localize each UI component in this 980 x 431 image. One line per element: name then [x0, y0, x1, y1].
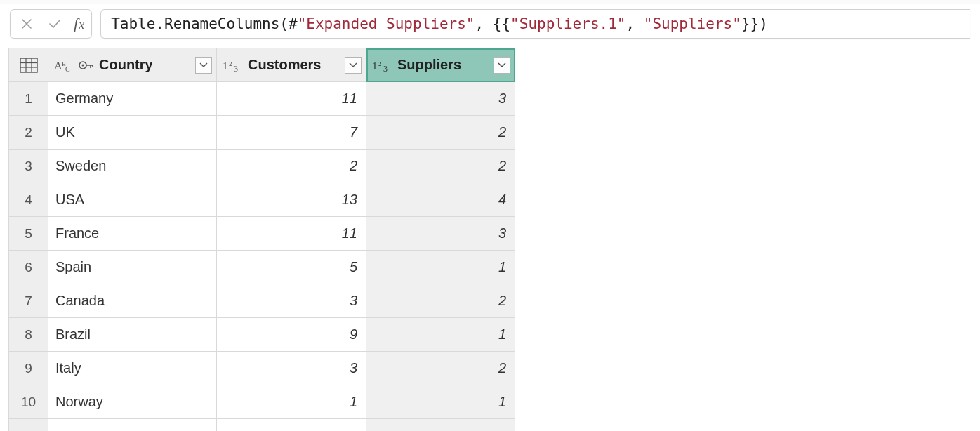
cell-country[interactable]: USA — [48, 183, 217, 217]
column-label: Customers — [248, 57, 340, 73]
cell-suppliers[interactable]: 2 — [366, 284, 515, 318]
key-icon — [78, 58, 95, 72]
svg-text:C: C — [65, 65, 70, 72]
row-number[interactable]: 3 — [9, 150, 48, 183]
row-number[interactable]: 11 — [9, 419, 48, 432]
number-type-icon: 1 2 3 — [223, 58, 244, 72]
svg-point-9 — [82, 64, 84, 66]
column-header-country[interactable]: A B C Country — [48, 48, 217, 82]
data-grid: A B C Country — [8, 48, 515, 431]
cell-customers[interactable]: 11 — [217, 82, 366, 116]
row-number[interactable]: 10 — [9, 385, 48, 419]
text-type-icon: A B C — [54, 58, 74, 72]
cell-country[interactable]: D — [48, 419, 217, 432]
number-type-icon: 1 2 3 — [372, 58, 393, 72]
cell-customers[interactable]: 2 — [217, 150, 366, 183]
row-number[interactable]: 9 — [9, 352, 48, 385]
column-filter-button[interactable] — [195, 57, 212, 74]
column-header-customers[interactable]: 1 2 3 Customers — [217, 48, 366, 82]
cell-country[interactable]: UK — [48, 116, 217, 150]
fx-icon[interactable]: fx — [74, 15, 84, 33]
cell-customers[interactable]: 1 — [217, 385, 366, 419]
row-number[interactable]: 4 — [9, 183, 48, 217]
cell-suppliers[interactable] — [366, 419, 515, 432]
svg-text:1: 1 — [223, 60, 228, 72]
cancel-icon[interactable] — [18, 15, 36, 33]
cell-suppliers[interactable]: 1 — [366, 318, 515, 352]
svg-text:3: 3 — [234, 64, 238, 72]
cell-country[interactable]: France — [48, 217, 217, 251]
table-icon — [20, 58, 38, 73]
cell-suppliers[interactable]: 1 — [366, 385, 515, 419]
column-filter-button[interactable] — [494, 57, 510, 74]
cell-country[interactable]: Sweden — [48, 150, 217, 183]
svg-text:2: 2 — [229, 60, 232, 67]
cell-country[interactable]: Canada — [48, 284, 217, 318]
row-number[interactable]: 5 — [9, 217, 48, 251]
table-corner-button[interactable] — [9, 48, 48, 82]
row-number[interactable]: 2 — [9, 116, 48, 150]
cell-customers[interactable]: 7 — [217, 116, 366, 150]
formula-bar: fx Table.RenameColumns(#"Expanded Suppli… — [0, 4, 980, 44]
cell-customers[interactable]: 3 — [217, 352, 366, 385]
cell-suppliers[interactable]: 2 — [366, 116, 515, 150]
formula-bar-controls: fx — [10, 9, 92, 39]
cell-customers[interactable]: 5 — [217, 251, 366, 284]
column-header-suppliers[interactable]: 1 2 3 Suppliers — [366, 48, 515, 82]
svg-text:1: 1 — [372, 60, 378, 72]
svg-text:3: 3 — [383, 64, 388, 72]
cell-suppliers[interactable]: 4 — [366, 183, 515, 217]
cell-country[interactable]: Norway — [48, 385, 217, 419]
column-label: Suppliers — [397, 57, 489, 73]
svg-text:2: 2 — [378, 60, 382, 67]
cell-suppliers[interactable]: 3 — [366, 82, 515, 116]
cell-country[interactable]: Spain — [48, 251, 217, 284]
column-filter-button[interactable] — [345, 57, 362, 74]
column-label: Country — [99, 57, 191, 73]
row-number[interactable]: 8 — [9, 318, 48, 352]
cell-customers[interactable]: 11 — [217, 217, 366, 251]
formula-input[interactable]: Table.RenameColumns(#"Expanded Suppliers… — [100, 9, 970, 39]
cell-country[interactable]: Italy — [48, 352, 217, 385]
cell-suppliers[interactable]: 3 — [366, 217, 515, 251]
row-number[interactable]: 7 — [9, 284, 48, 318]
confirm-icon[interactable] — [46, 15, 64, 33]
cell-suppliers[interactable]: 1 — [366, 251, 515, 284]
cell-customers[interactable] — [217, 419, 366, 432]
cell-customers[interactable]: 13 — [217, 183, 366, 217]
svg-rect-0 — [20, 58, 37, 72]
cell-country[interactable]: Brazil — [48, 318, 217, 352]
cell-suppliers[interactable]: 2 — [366, 352, 515, 385]
cell-suppliers[interactable]: 2 — [366, 150, 515, 183]
row-number[interactable]: 1 — [9, 82, 48, 116]
row-number[interactable]: 6 — [9, 251, 48, 284]
cell-customers[interactable]: 9 — [217, 318, 366, 352]
cell-customers[interactable]: 3 — [217, 284, 366, 318]
cell-country[interactable]: Germany — [48, 82, 217, 116]
